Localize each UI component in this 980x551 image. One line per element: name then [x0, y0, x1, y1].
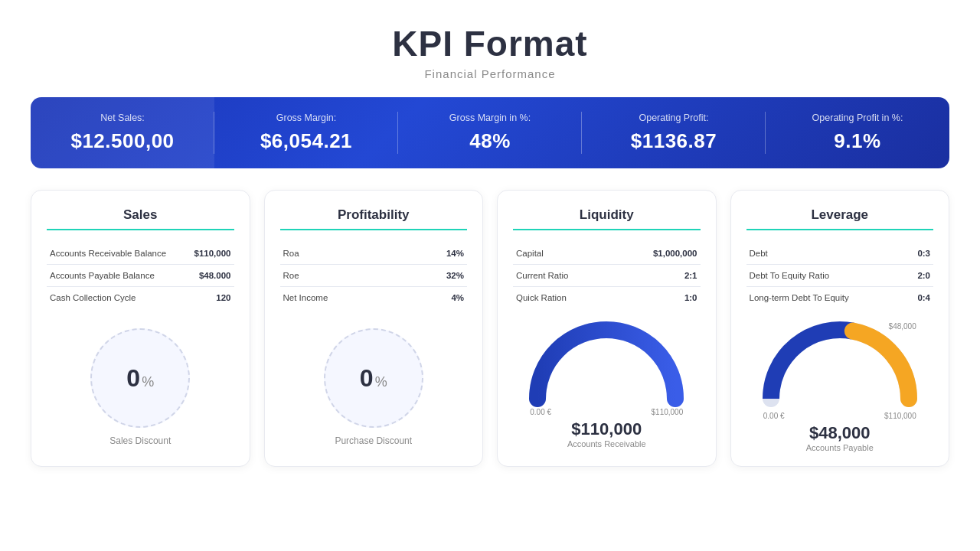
liquidity-gauge-labels: 0.00 € $110,000	[530, 408, 683, 416]
leverage-gauge-min: 0.00 €	[763, 412, 785, 420]
row-value: 120	[185, 287, 234, 309]
row-label: Quick Ration	[513, 287, 614, 309]
page-subtitle: Financial Performance	[31, 67, 949, 80]
kpi-operating-profit-pct-value: 9.1%	[784, 129, 931, 153]
sales-card: Sales Accounts Receivable Balance$110,00…	[31, 190, 250, 467]
profitability-card-title: Profitability	[280, 207, 468, 230]
kpi-gross-margin: Gross Margin: $6,054.21	[214, 97, 398, 168]
row-label: Roa	[280, 243, 408, 265]
liquidity-gauge-svg	[530, 322, 683, 406]
profitability-gauge-display: 0 %	[360, 366, 387, 390]
leverage-card-title: Leverage	[746, 207, 934, 230]
profitability-circle-gauge: 0 %	[324, 328, 423, 428]
liquidity-gauge-min: 0.00 €	[530, 408, 551, 416]
table-row: Long-term Debt To Equity0:4	[746, 287, 934, 309]
row-label: Debt	[746, 243, 906, 265]
profitability-gauge-percent: %	[375, 374, 387, 390]
table-row: Cash Collection Cycle120	[47, 287, 234, 309]
liquidity-gauge-sublabel: Accounts Receivable	[567, 439, 646, 448]
leverage-gauge-sublabel: Accounts Payable	[806, 443, 874, 452]
sales-gauge-label: Sales Discount	[109, 435, 171, 446]
row-label: Accounts Receivable Balance	[47, 243, 185, 265]
liquidity-gauge-max: $110,000	[652, 408, 684, 416]
liquidity-gauge-value: $110,000	[571, 419, 642, 439]
kpi-gross-margin-pct-label: Gross Margin in %:	[416, 112, 564, 123]
liquidity-card-title: Liquidity	[513, 207, 701, 230]
row-label: Capital	[513, 243, 614, 265]
liquidity-table: Capital$1,000,000Current Ratio2:1Quick R…	[513, 243, 701, 308]
table-row: Accounts Receivable Balance$110,000	[47, 243, 234, 265]
table-row: Net Income4%	[280, 287, 468, 309]
kpi-banner: Net Sales: $12.500,00 Gross Margin: $6,0…	[31, 97, 949, 168]
sales-circle-gauge: 0 %	[90, 328, 190, 428]
row-value: $48.000	[185, 265, 234, 287]
kpi-operating-profit-pct-label: Operating Profit in %:	[784, 112, 931, 123]
sales-card-title: Sales	[47, 207, 234, 230]
kpi-operating-profit-value: $1136.87	[600, 129, 747, 153]
row-value: 1:0	[614, 287, 701, 309]
profitability-gauge-area: 0 % Purchase Discount	[280, 322, 468, 452]
page-container: KPI Format Financial Performance Net Sal…	[0, 0, 980, 551]
row-label: Net Income	[280, 287, 408, 309]
kpi-net-sales-value: $12.500,00	[49, 129, 196, 153]
row-value: 0:3	[905, 243, 933, 265]
cards-row: Sales Accounts Receivable Balance$110,00…	[31, 190, 949, 467]
sales-gauge-display: 0 %	[126, 366, 154, 390]
row-label: Cash Collection Cycle	[47, 287, 185, 309]
row-value: $1,000,000	[614, 243, 701, 265]
row-label: Long-term Debt To Equity	[746, 287, 906, 309]
row-value: 4%	[407, 287, 467, 309]
table-row: Accounts Payable Balance$48.000	[47, 265, 234, 287]
kpi-gross-margin-label: Gross Margin:	[233, 112, 380, 123]
row-value: 2:1	[614, 265, 701, 287]
leverage-gauge-max: $110,000	[884, 412, 916, 420]
profitability-gauge-label: Purchase Discount	[335, 435, 412, 446]
liquidity-card: Liquidity Capital$1,000,000Current Ratio…	[497, 190, 717, 467]
sales-table: Accounts Receivable Balance$110,000Accou…	[47, 243, 234, 308]
row-label: Accounts Payable Balance	[47, 265, 185, 287]
leverage-gauge-svg	[763, 322, 916, 406]
leverage-gauge-labels: 0.00 € $110,000	[763, 412, 916, 420]
row-value: 14%	[407, 243, 467, 265]
row-value: 32%	[407, 265, 467, 287]
page-header: KPI Format Financial Performance	[31, 23, 949, 80]
leverage-gauge-wrapper: $48,000	[763, 322, 916, 410]
row-label: Roe	[280, 265, 408, 287]
table-row: Capital$1,000,000	[513, 243, 701, 265]
kpi-gross-margin-pct: Gross Margin in %: 48%	[398, 97, 582, 168]
leverage-gauge-value: $48,000	[809, 423, 871, 443]
row-value: $110,000	[185, 243, 234, 265]
profitability-gauge-value: 0	[360, 366, 374, 390]
kpi-operating-profit: Operating Profit: $1136.87	[582, 97, 766, 168]
sales-gauge-area: 0 % Sales Discount	[47, 322, 234, 452]
sales-gauge-value: 0	[126, 366, 140, 390]
table-row: Roe32%	[280, 265, 468, 287]
leverage-table: Debt0:3Debt To Equity Ratio2:0Long-term …	[746, 243, 934, 308]
kpi-gross-margin-value: $6,054.21	[233, 129, 380, 153]
table-row: Roa14%	[280, 243, 468, 265]
row-value: 2:0	[905, 265, 933, 287]
table-row: Quick Ration1:0	[513, 287, 701, 309]
sales-gauge-percent: %	[142, 374, 154, 390]
table-row: Debt0:3	[746, 243, 934, 265]
leverage-card: Leverage Debt0:3Debt To Equity Ratio2:0L…	[730, 190, 950, 467]
kpi-net-sales: Net Sales: $12.500,00	[31, 97, 214, 168]
kpi-operating-profit-label: Operating Profit:	[600, 112, 747, 123]
kpi-operating-profit-pct: Operating Profit in %: 9.1%	[766, 97, 949, 168]
row-label: Current Ratio	[513, 265, 614, 287]
table-row: Debt To Equity Ratio2:0	[746, 265, 934, 287]
leverage-gauge-top-label: $48,000	[889, 322, 916, 331]
liquidity-gauge-container: 0.00 € $110,000 $110,000 Accounts Receiv…	[513, 322, 701, 448]
kpi-net-sales-label: Net Sales:	[49, 112, 196, 123]
profitability-card: Profitability Roa14%Roe32%Net Income4% 0…	[264, 190, 484, 467]
leverage-gauge-container: $48,000 0.00 € $110,000 $48,000 Accounts…	[746, 322, 934, 452]
profitability-table: Roa14%Roe32%Net Income4%	[280, 243, 468, 308]
kpi-gross-margin-pct-value: 48%	[416, 129, 564, 153]
table-row: Current Ratio2:1	[513, 265, 701, 287]
row-label: Debt To Equity Ratio	[746, 265, 906, 287]
page-title: KPI Format	[31, 23, 949, 64]
row-value: 0:4	[905, 287, 933, 309]
